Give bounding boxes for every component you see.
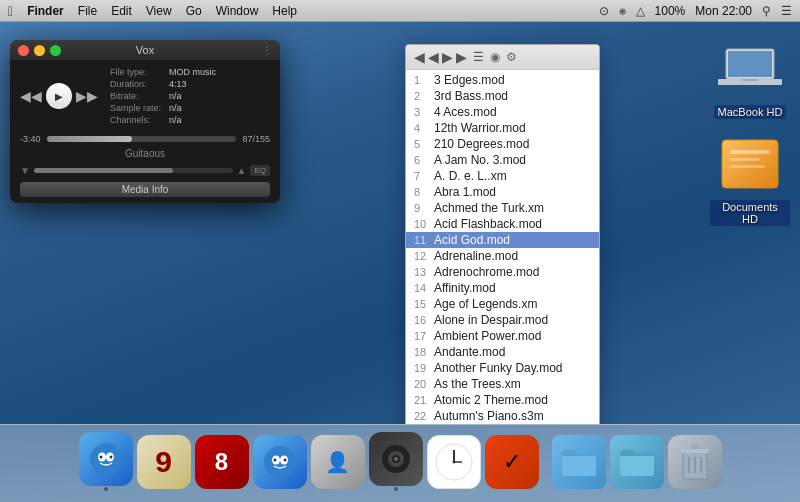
dock-migration[interactable]: 👤 bbox=[311, 435, 365, 489]
dock-trash[interactable] bbox=[668, 435, 722, 489]
playlist-item[interactable]: 23rd Bass.mod bbox=[406, 88, 599, 104]
menu-help[interactable]: Help bbox=[272, 4, 297, 18]
dock-finder[interactable] bbox=[79, 432, 133, 491]
desktop-icon-macbook[interactable]: MacBook HD bbox=[710, 37, 790, 119]
nav-forward[interactable]: ▶ bbox=[442, 49, 453, 65]
playlist-item[interactable]: 16Alone in Despair.mod bbox=[406, 312, 599, 328]
playlist-item[interactable]: 9Achmed the Turk.xm bbox=[406, 200, 599, 216]
nav-forward2[interactable]: ▶ bbox=[456, 49, 467, 65]
dock-clock[interactable] bbox=[427, 435, 481, 489]
playlist-item-num: 17 bbox=[414, 330, 434, 342]
dock-speaker[interactable] bbox=[369, 432, 423, 491]
next-button[interactable]: ▶▶ bbox=[76, 88, 98, 104]
vol-high-icon: ▲ bbox=[237, 165, 247, 176]
playlist-item-name: 3rd Bass.mod bbox=[434, 89, 508, 103]
menubar-right: ⊙ ⎈ △ 100% Mon 22:00 ⚲ ☰ bbox=[599, 4, 792, 18]
volume-bar[interactable] bbox=[34, 168, 233, 173]
menu-go[interactable]: Go bbox=[186, 4, 202, 18]
svg-point-12 bbox=[99, 456, 102, 459]
playlist-item-name: Ambient Power.mod bbox=[434, 329, 541, 343]
playlist-item[interactable]: 12Adrenaline.mod bbox=[406, 248, 599, 264]
playlist-item-num: 14 bbox=[414, 282, 434, 294]
playlist-item-name: 3 Edges.mod bbox=[434, 73, 505, 87]
dock-omnifocus[interactable]: ✓ bbox=[485, 435, 539, 489]
playlist-item[interactable]: 22Autumn's Piano.s3m bbox=[406, 408, 599, 424]
playlist-item[interactable]: 7A. D. e. L..xm bbox=[406, 168, 599, 184]
prev-button[interactable]: ◀◀ bbox=[20, 88, 42, 104]
dock-folder1[interactable] bbox=[552, 435, 606, 489]
playlist-item-num: 22 bbox=[414, 410, 434, 422]
progress-fill bbox=[47, 136, 132, 142]
playlist-item[interactable]: 5210 Degrees.mod bbox=[406, 136, 599, 152]
expand-icon[interactable]: ⋮ bbox=[262, 45, 272, 56]
media-info-button[interactable]: Media Info bbox=[20, 182, 270, 197]
playlist-item[interactable]: 11Acid God.mod bbox=[406, 232, 599, 248]
svg-point-9 bbox=[90, 443, 122, 475]
playlist-item[interactable]: 15Age of Legends.xm bbox=[406, 296, 599, 312]
playlist-item[interactable]: 13 Edges.mod bbox=[406, 72, 599, 88]
playlist-item[interactable]: 8Abra 1.mod bbox=[406, 184, 599, 200]
apple-menu[interactable]:  bbox=[8, 3, 13, 19]
maximize-button[interactable] bbox=[50, 45, 61, 56]
nav-back[interactable]: ◀ bbox=[414, 49, 425, 65]
svg-rect-6 bbox=[730, 150, 770, 154]
dock-8ball[interactable]: 8 bbox=[195, 435, 249, 489]
playlist-item-name: Abra 1.mod bbox=[434, 185, 496, 199]
playlist-item-num: 3 bbox=[414, 106, 434, 118]
vox-titlebar: Vox ⋮ bbox=[10, 40, 280, 60]
duration-label: Duration: bbox=[106, 78, 165, 90]
file-type-label: File type: bbox=[106, 66, 165, 78]
trash-icon bbox=[668, 435, 722, 489]
playlist-item-name: Adrenaline.mod bbox=[434, 249, 518, 263]
playlist-item[interactable]: 10Acid Flashback.mod bbox=[406, 216, 599, 232]
bitrate-label: Bitrate: bbox=[106, 90, 165, 102]
minimize-button[interactable] bbox=[34, 45, 45, 56]
dock-reminders[interactable]: 9 bbox=[137, 435, 191, 489]
traffic-lights bbox=[18, 45, 61, 56]
menu-file[interactable]: File bbox=[78, 4, 97, 18]
menu-finder[interactable]: Finder bbox=[27, 4, 64, 18]
playlist-item[interactable]: 19Another Funky Day.mod bbox=[406, 360, 599, 376]
playlist-item[interactable]: 21Atomic 2 Theme.mod bbox=[406, 392, 599, 408]
progress-bar[interactable] bbox=[47, 136, 237, 142]
eq-button[interactable]: EQ bbox=[250, 165, 270, 176]
playlist-item[interactable]: 17Ambient Power.mod bbox=[406, 328, 599, 344]
vox-player-window: Vox ⋮ ◀◀ ▶ ▶▶ File type: MOD music Durat… bbox=[10, 40, 280, 203]
playlist-item[interactable]: 13Adrenochrome.mod bbox=[406, 264, 599, 280]
instrument-name: Guitaous bbox=[10, 146, 280, 163]
nav-back2[interactable]: ◀ bbox=[428, 49, 439, 65]
playlist-settings[interactable]: ⚙ bbox=[506, 50, 517, 64]
close-button[interactable] bbox=[18, 45, 29, 56]
svg-rect-1 bbox=[728, 51, 772, 77]
folder2-icon bbox=[610, 435, 664, 489]
playlist-item[interactable]: 6A Jam No. 3.mod bbox=[406, 152, 599, 168]
playlist-item[interactable]: 412th Warrior.mod bbox=[406, 120, 599, 136]
dock-finder2[interactable] bbox=[253, 435, 307, 489]
playlist-item-name: Atomic 2 Theme.mod bbox=[434, 393, 548, 407]
dock-folder2[interactable] bbox=[610, 435, 664, 489]
play-button[interactable]: ▶ bbox=[46, 83, 72, 109]
transport-controls: ◀◀ ▶ ▶▶ bbox=[20, 83, 98, 109]
playlist-item-name: A. D. e. L..xm bbox=[434, 169, 507, 183]
menu-window[interactable]: Window bbox=[216, 4, 259, 18]
playlist-item-name: Age of Legends.xm bbox=[434, 297, 537, 311]
playlist-item[interactable]: 18Andante.mod bbox=[406, 344, 599, 360]
volume-icon[interactable]: △ bbox=[636, 4, 645, 18]
playlist-item[interactable]: 20As the Trees.xm bbox=[406, 376, 599, 392]
list-icon[interactable]: ☰ bbox=[781, 4, 792, 18]
migration-icon: 👤 bbox=[311, 435, 365, 489]
playlist-item[interactable]: 14Affinity.mod bbox=[406, 280, 599, 296]
menu-view[interactable]: View bbox=[146, 4, 172, 18]
playlist-item[interactable]: 34 Aces.mod bbox=[406, 104, 599, 120]
sample-rate-label: Sample rate: bbox=[106, 102, 165, 114]
progress-row: -3:40 87/155 bbox=[10, 132, 280, 146]
search-icon[interactable]: ⚲ bbox=[762, 4, 771, 18]
playlist-item-num: 20 bbox=[414, 378, 434, 390]
reminders-icon: 9 bbox=[137, 435, 191, 489]
file-type-value: MOD music bbox=[165, 66, 220, 78]
desktop-icon-documents[interactable]: Documents HD bbox=[710, 132, 790, 226]
playlist-item-num: 1 bbox=[414, 74, 434, 86]
finder2-icon bbox=[253, 435, 307, 489]
track-info: File type: MOD music Duration: 4:13 Bitr… bbox=[106, 66, 270, 126]
menu-edit[interactable]: Edit bbox=[111, 4, 132, 18]
